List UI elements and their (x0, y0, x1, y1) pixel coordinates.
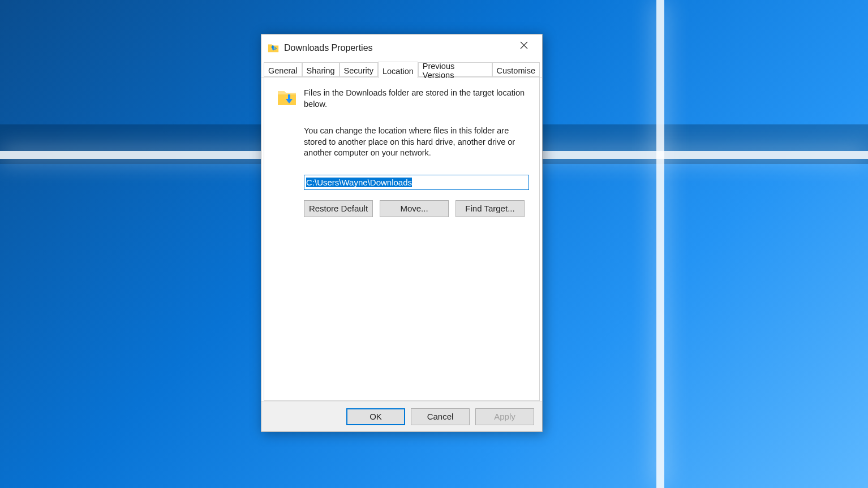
close-icon (520, 41, 528, 49)
location-intro-2: You can change the location where files … (304, 126, 527, 159)
tab-sharing[interactable]: Sharing (302, 62, 340, 77)
tab-general[interactable]: General (264, 62, 302, 77)
downloads-properties-dialog: Downloads Properties General Sharing Sec… (261, 34, 543, 432)
downloads-folder-icon (267, 42, 280, 54)
location-intro-1: Files in the Downloads folder are stored… (304, 88, 527, 110)
dialog-title: Downloads Properties (284, 43, 511, 53)
ok-button[interactable]: OK (346, 408, 405, 425)
restore-default-button[interactable]: Restore Default (304, 200, 373, 217)
cancel-button[interactable]: Cancel (411, 408, 470, 425)
dialog-titlebar[interactable]: Downloads Properties (261, 34, 542, 62)
find-target-button[interactable]: Find Target... (456, 200, 525, 217)
tab-location[interactable]: Location (378, 62, 418, 78)
location-path-input[interactable] (304, 175, 529, 190)
desktop-background-light-v (656, 0, 664, 488)
tab-previous-versions[interactable]: Previous Versions (418, 62, 492, 77)
close-button[interactable] (511, 37, 536, 54)
move-button[interactable]: Move... (380, 200, 449, 217)
tab-security[interactable]: Security (340, 62, 378, 77)
tab-content-location: Files in the Downloads folder are stored… (264, 77, 540, 401)
dialog-button-bar: OK Cancel Apply (261, 401, 542, 431)
downloads-folder-large-icon (277, 88, 297, 108)
tabs-row: General Sharing Security Location Previo… (261, 62, 542, 77)
apply-button[interactable]: Apply (475, 408, 534, 425)
tab-customise[interactable]: Customise (492, 62, 540, 77)
